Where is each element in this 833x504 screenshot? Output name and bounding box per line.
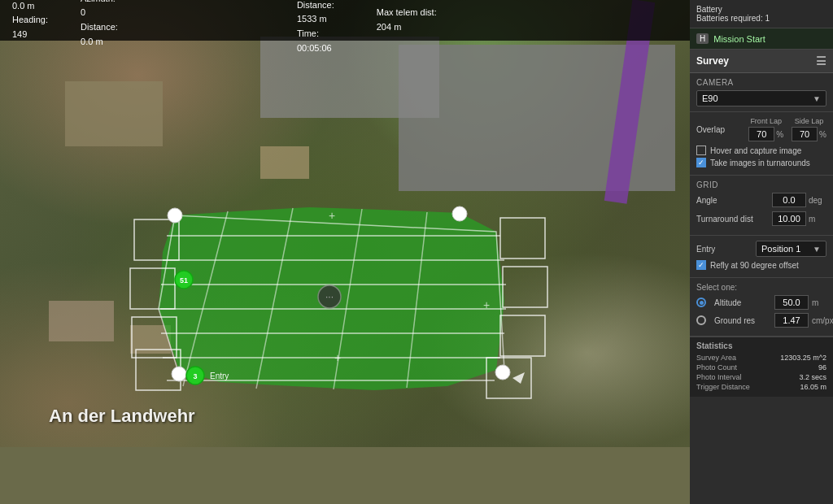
- photo-count-row: Photo Count 96: [696, 363, 826, 371]
- battery-label: Battery: [696, 5, 722, 14]
- entry-dropdown-arrow: ▼: [813, 245, 821, 254]
- svg-rect-18: [503, 267, 547, 307]
- battery-required: Batteries required: 1: [696, 14, 770, 23]
- statistics-title: Statistics: [696, 341, 826, 350]
- angle-label: Angle: [696, 196, 772, 205]
- side-lap-header: Side Lap: [795, 117, 824, 125]
- side-lap-input-group: %: [792, 127, 826, 141]
- entry-section: Entry Position 1 ▼ ✓ Refly at 90 degree …: [690, 236, 833, 278]
- telem-status: Max telem dist: 204 m: [377, 6, 437, 34]
- angle-unit: deg: [809, 196, 826, 205]
- entry-value: Position 1: [761, 244, 800, 254]
- svg-text:3: 3: [193, 372, 197, 380]
- turnaround-input[interactable]: [772, 211, 806, 226]
- battery-bar: Battery Batteries required: 1: [690, 0, 833, 28]
- altitude-row: Altitude m: [696, 295, 826, 310]
- ground-res-radio-label: Ground res: [714, 316, 771, 325]
- photo-interval-val: 3.2 secs: [799, 373, 826, 381]
- svg-point-24: [495, 365, 510, 380]
- svg-point-21: [168, 208, 182, 223]
- svg-rect-17: [500, 218, 545, 259]
- position-status: 0.0 m Heading: 149: [12, 0, 48, 41]
- map-area[interactable]: An der Landwehr: [0, 0, 690, 504]
- total-mission-status: Total Mission Distance: 1533 m Time: 00:…: [297, 0, 344, 55]
- take-images-checkbox[interactable]: ✓: [696, 158, 706, 167]
- ground-res-input[interactable]: [774, 313, 809, 328]
- grid-label: Grid: [696, 180, 826, 189]
- front-lap-pct: %: [776, 130, 783, 139]
- right-panel: Battery Batteries required: 1 H Mission …: [690, 0, 833, 504]
- svg-marker-35: [512, 372, 525, 384]
- hover-capture-checkbox[interactable]: [696, 146, 706, 155]
- survey-header: Survey ☰: [690, 50, 833, 73]
- survey-menu-icon[interactable]: ☰: [816, 54, 826, 67]
- photo-interval-label: Photo Interval: [696, 373, 742, 381]
- svg-rect-19: [500, 315, 545, 356]
- altitude-unit: m: [812, 298, 826, 307]
- side-lap-col: Side Lap %: [792, 117, 826, 141]
- entry-dropdown[interactable]: Position 1 ▼: [756, 241, 826, 257]
- svg-text:+: +: [329, 209, 335, 222]
- survey-title: Survey: [696, 55, 729, 67]
- trigger-distance-row: Trigger Distance 16.05 m: [696, 383, 826, 391]
- camera-dropdown-arrow: ▼: [813, 94, 821, 103]
- front-lap-input[interactable]: [748, 127, 774, 141]
- refly-label: Refly at 90 degree offset: [710, 261, 799, 270]
- azimuth-status: Azimuth: 0 Distance: 0.0 m: [81, 0, 118, 49]
- select-one-label: Select one:: [696, 283, 826, 292]
- front-lap-col: Front Lap %: [748, 117, 783, 141]
- svg-text:51: 51: [180, 276, 188, 285]
- entry-label: Entry: [696, 245, 756, 254]
- mission-start-bar[interactable]: H Mission Start: [690, 28, 833, 50]
- angle-row: Angle deg: [696, 193, 826, 207]
- photo-count-val: 96: [818, 363, 826, 371]
- turnaround-row: Turnaround dist m: [696, 211, 826, 226]
- refly-row: ✓ Refly at 90 degree offset: [696, 260, 826, 270]
- map-overlay: ··· 51 3 Entry + + +: [0, 0, 690, 504]
- altitude-radio-label: Altitude: [714, 298, 771, 307]
- svg-text:Entry: Entry: [210, 371, 229, 380]
- overlap-section: Overlap Front Lap % Side Lap %: [690, 112, 833, 176]
- altitude-radio-circle: [696, 298, 706, 307]
- altitude-section: Select one: Altitude m Ground res cm/px: [690, 278, 833, 337]
- survey-area-label: Survey Area: [696, 354, 736, 362]
- photo-count-label: Photo Count: [696, 363, 737, 371]
- front-lap-header: Front Lap: [750, 117, 782, 125]
- side-lap-input[interactable]: [792, 127, 818, 141]
- svg-text:+: +: [483, 298, 490, 311]
- take-images-check: ✓: [698, 159, 704, 167]
- svg-point-23: [172, 367, 186, 381]
- mission-start-label: Mission Start: [713, 34, 765, 44]
- ground-res-row: Ground res cm/px: [696, 313, 826, 328]
- turnaround-label: Turnaround dist: [696, 215, 772, 224]
- survey-panel: Survey ☰ Camera E90 ▼ Overlap Front Lap …: [690, 50, 833, 504]
- front-lap-input-group: %: [748, 127, 783, 141]
- top-bar: 0.0 m Heading: 149 Azimuth: 0 Distance: …: [0, 0, 690, 41]
- camera-section: Camera E90 ▼: [690, 73, 833, 112]
- hover-capture-label: Hover and capture image: [710, 146, 801, 155]
- photo-interval-row: Photo Interval 3.2 secs: [696, 373, 826, 381]
- survey-area-row: Survey Area 12303.25 m^2: [696, 354, 826, 362]
- angle-input[interactable]: [772, 193, 806, 207]
- altitude-radio[interactable]: [696, 298, 706, 307]
- pos-value: 0.0 m: [12, 0, 48, 13]
- altitude-radio-dot: [700, 301, 704, 305]
- camera-dropdown[interactable]: E90 ▼: [696, 90, 826, 106]
- refly-checkbox[interactable]: ✓: [696, 260, 706, 270]
- ground-res-radio[interactable]: [696, 315, 706, 325]
- trigger-distance-val: 16.05 m: [800, 383, 826, 391]
- take-images-label: Take images in turnarounds: [710, 159, 810, 167]
- altitude-input[interactable]: [774, 295, 809, 310]
- grid-section: Grid Angle deg Turnaround dist m: [690, 176, 833, 236]
- overlap-label: Overlap: [696, 125, 745, 134]
- turnaround-unit: m: [809, 215, 826, 224]
- take-images-row: ✓ Take images in turnarounds: [696, 158, 826, 167]
- ground-res-unit: cm/px: [812, 316, 826, 325]
- svg-point-22: [452, 206, 467, 221]
- heading-row: Heading: 149: [12, 13, 48, 41]
- refly-check: ✓: [698, 261, 704, 269]
- hover-capture-row: Hover and capture image: [696, 146, 826, 155]
- h-badge: H: [696, 33, 709, 44]
- statistics-section: Statistics Survey Area 12303.25 m^2 Phot…: [690, 337, 833, 397]
- side-lap-pct: %: [819, 130, 826, 139]
